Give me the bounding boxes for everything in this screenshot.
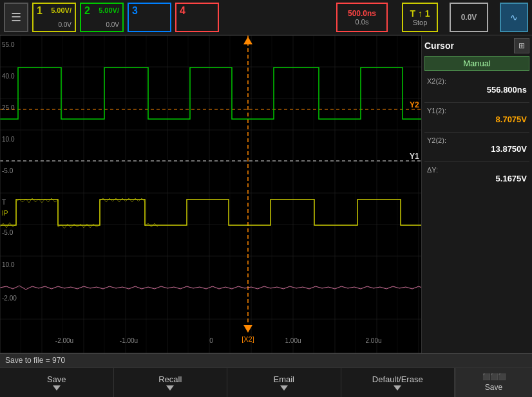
channel-4-block[interactable]: 4 bbox=[175, 3, 219, 32]
svg-text:-2.00u: -2.00u bbox=[55, 337, 73, 344]
ch2-voltage: 5.00V/ bbox=[99, 6, 119, 14]
cursor-x2-value: 556.800ns bbox=[427, 85, 527, 95]
recall-button[interactable]: Recall bbox=[114, 368, 228, 397]
svg-text:-5.0: -5.0 bbox=[2, 167, 14, 174]
menu-button[interactable]: ☰ bbox=[4, 3, 28, 32]
cursor-y1-row: Y1(2): 8.7075V bbox=[424, 106, 529, 125]
save-filename-text: Save to file = 970 bbox=[5, 356, 65, 365]
ch2-offset: 0.0V bbox=[106, 21, 119, 28]
trigger-voltage-value: 0.0V bbox=[461, 13, 477, 22]
divider-2 bbox=[424, 132, 529, 133]
recall-label: Recall bbox=[158, 374, 182, 384]
bottom-bar: Save to file = 970 Save Recall Email Def… bbox=[0, 353, 532, 397]
default-erase-arrow bbox=[394, 385, 401, 391]
save-button[interactable]: Save bbox=[0, 368, 114, 397]
email-button[interactable]: Email bbox=[227, 368, 341, 397]
svg-text:-1.00u: -1.00u bbox=[120, 337, 138, 344]
ch3-number: 3 bbox=[132, 5, 138, 17]
svg-text:IP: IP bbox=[2, 210, 8, 217]
default-erase-label: Default/Erase bbox=[372, 374, 423, 384]
svg-text:T: T bbox=[2, 199, 6, 206]
svg-text:2.00u: 2.00u bbox=[365, 337, 381, 344]
trigger-block[interactable]: T ↑ 1 Stop bbox=[402, 3, 438, 32]
bottom-buttons-row: Save Recall Email Default/Erase ⬛⬛⬛ Save bbox=[0, 368, 532, 397]
ch1-offset: 0.0V bbox=[58, 21, 71, 28]
svg-text:0: 0 bbox=[209, 337, 213, 344]
timebase-block[interactable]: 500.0ns 0.0s bbox=[336, 3, 388, 32]
save-right-icons: ⬛⬛⬛ bbox=[482, 373, 506, 380]
cursor-x2-row: X2(2): 556.800ns bbox=[424, 76, 529, 96]
channel-3-block[interactable]: 3 bbox=[128, 3, 171, 32]
save-label: Save bbox=[47, 374, 66, 384]
svg-text:40.0: 40.0 bbox=[2, 73, 15, 80]
channel-1-block[interactable]: 1 5.00V/ 0.0V bbox=[32, 3, 76, 32]
cursor-y2-row: Y2(2): 13.8750V bbox=[424, 135, 529, 155]
svg-rect-52 bbox=[0, 35, 422, 353]
svg-text:Y2: Y2 bbox=[410, 100, 419, 109]
waveform-display: 55.0 40.0 25.0 10.0 -5.0 T IP -5.0 10.0 … bbox=[0, 35, 422, 353]
svg-text:25.0: 25.0 bbox=[2, 104, 15, 111]
trigger-label: T ↑ 1 bbox=[410, 8, 430, 19]
ch4-number: 4 bbox=[180, 5, 185, 17]
svg-text:Y1: Y1 bbox=[410, 152, 419, 161]
trigger-voltage-block[interactable]: 0.0V bbox=[450, 3, 488, 32]
save-right-button[interactable]: ⬛⬛⬛ Save bbox=[455, 368, 532, 397]
right-panel: Cursor ⊞ Manual X2(2): 556.800ns Y1(2): … bbox=[422, 35, 532, 353]
cursor-dy-row: ΔY: 5.1675V bbox=[424, 165, 529, 185]
save-right-label: Save bbox=[485, 383, 502, 392]
recall-arrow bbox=[166, 385, 174, 391]
svg-text:55.0: 55.0 bbox=[2, 41, 15, 48]
channel-2-block[interactable]: 2 5.00V/ 0.0V bbox=[80, 3, 124, 32]
svg-text:1.00u: 1.00u bbox=[285, 337, 301, 344]
main-area: 55.0 40.0 25.0 10.0 -5.0 T IP -5.0 10.0 … bbox=[0, 35, 532, 353]
trigger-status: Stop bbox=[413, 19, 428, 26]
oscilloscope-screen: 55.0 40.0 25.0 10.0 -5.0 T IP -5.0 10.0 … bbox=[0, 35, 422, 353]
save-filename-line: Save to file = 970 bbox=[0, 354, 532, 368]
panel-icon-button[interactable]: ⊞ bbox=[514, 38, 529, 53]
divider-1 bbox=[424, 102, 529, 103]
ch1-number: 1 bbox=[37, 5, 43, 17]
auto-measure-button[interactable]: ∿ bbox=[500, 3, 528, 32]
panel-header: Cursor ⊞ bbox=[424, 38, 529, 53]
svg-text:-5.0: -5.0 bbox=[2, 229, 14, 236]
cursor-y1-label: Y1(2): bbox=[427, 107, 527, 115]
top-toolbar: ☰ 1 5.00V/ 0.0V 2 5.00V/ 0.0V 3 4 500.0n… bbox=[0, 0, 532, 35]
svg-text:-2.00: -2.00 bbox=[2, 295, 17, 302]
cursor-y2-label: Y2(2): bbox=[427, 136, 527, 144]
svg-text:10.0: 10.0 bbox=[2, 261, 15, 268]
svg-text:[X2]: [X2] bbox=[242, 335, 254, 343]
cursor-y1-value: 8.7075V bbox=[427, 115, 527, 124]
cursor-dy-label: ΔY: bbox=[427, 166, 527, 174]
default-erase-button[interactable]: Default/Erase bbox=[341, 368, 455, 397]
panel-title: Cursor bbox=[424, 41, 454, 51]
svg-text:10.0: 10.0 bbox=[2, 136, 15, 143]
timebase-offset: 0.0s bbox=[356, 18, 369, 26]
email-label: Email bbox=[273, 374, 294, 384]
cursor-mode[interactable]: Manual bbox=[424, 56, 529, 71]
ch1-voltage: 5.00V/ bbox=[51, 6, 71, 14]
email-arrow bbox=[280, 385, 288, 391]
cursor-dy-value: 5.1675V bbox=[427, 174, 527, 183]
divider-3 bbox=[424, 162, 529, 162]
ch2-number: 2 bbox=[84, 5, 90, 17]
cursor-x2-label: X2(2): bbox=[427, 77, 527, 85]
save-arrow bbox=[53, 385, 61, 391]
cursor-y2-value: 13.8750V bbox=[427, 144, 527, 154]
timebase-value: 500.0ns bbox=[348, 9, 376, 18]
